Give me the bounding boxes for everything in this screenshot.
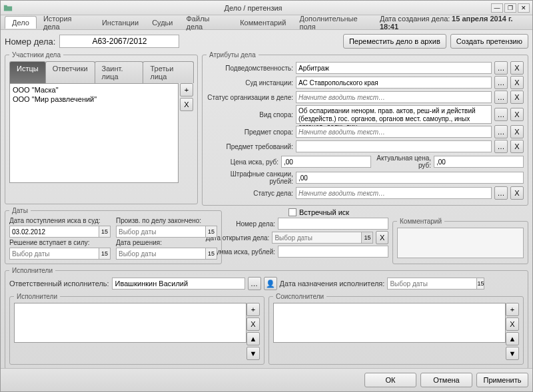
ellipsis-button[interactable]: … <box>494 91 508 104</box>
move-down-button[interactable]: ▼ <box>247 347 260 360</box>
ok-button[interactable]: ОК <box>364 373 416 387</box>
calendar-icon[interactable]: 15 <box>205 248 217 260</box>
responsible-label: Ответственный исполнитель: <box>9 280 109 288</box>
ellipsis-button[interactable]: … <box>248 277 261 290</box>
minimize-button[interactable]: — <box>491 3 503 13</box>
calendar-icon[interactable]: 15 <box>476 278 484 290</box>
date-finished-label: Произв. по делу закончено: <box>116 217 217 224</box>
move-up-button[interactable]: ▲ <box>247 332 260 345</box>
remove-participant-button[interactable]: X <box>180 98 193 111</box>
claim-price-input[interactable] <box>281 156 371 168</box>
ellipsis-button[interactable]: … <box>494 140 508 153</box>
menu-instances[interactable]: Инстанции <box>95 17 145 29</box>
calendar-icon[interactable]: 15 <box>99 248 111 260</box>
move-down-button[interactable]: ▼ <box>506 347 519 360</box>
assigned-date-input[interactable] <box>387 278 476 290</box>
calendar-icon[interactable]: 15 <box>205 226 217 238</box>
executors-legend: Исполнители <box>9 267 55 274</box>
status-input[interactable] <box>296 187 492 199</box>
list-item[interactable]: ООО "Мир развлечений" <box>11 95 177 104</box>
attributes-legend: Атрибуты дела <box>207 51 259 59</box>
dispute-subject-label: Предмет спора: <box>207 128 293 136</box>
actual-price-label: Актуальная цена, руб: <box>374 154 431 169</box>
performers-legend: Исполнители <box>14 293 60 300</box>
footer: ОК Отмена Применить <box>1 368 532 391</box>
calendar-icon: 15 <box>361 232 373 244</box>
clear-button[interactable]: X <box>510 76 524 89</box>
org-status-label: Статус организации в деле: <box>207 94 293 101</box>
close-button[interactable]: ✕ <box>518 3 530 13</box>
menu-extra[interactable]: Дополнительные поля <box>292 13 380 33</box>
penalty-input[interactable] <box>296 172 524 184</box>
date-enforce-label: Решение вступает в силу: <box>9 239 111 246</box>
archive-button[interactable]: Переместить дело в архив <box>343 34 446 49</box>
clear-button[interactable]: X <box>510 186 524 200</box>
date-finished-input[interactable] <box>116 226 205 238</box>
ellipsis-button[interactable]: … <box>494 186 508 200</box>
dispute-type-input[interactable]: Об оспаривании ненорм. прав. актов, реш-… <box>296 105 492 124</box>
org-status-input[interactable] <box>296 91 492 103</box>
menu-delo[interactable]: Дело <box>5 16 37 29</box>
create-claim-button[interactable]: Создать претензию <box>450 34 528 49</box>
responsible-input[interactable] <box>112 278 245 290</box>
dates-legend: Даты <box>9 207 31 214</box>
clear-button[interactable]: X <box>510 91 524 104</box>
clear-button[interactable]: X <box>510 140 524 153</box>
attributes-fieldset: Атрибуты дела Подведомственность: … X Су… <box>202 51 528 206</box>
clear-button[interactable]: X <box>510 61 524 75</box>
counter-claim-checkbox[interactable] <box>288 208 296 216</box>
participants-tabs: Истцы Ответчики Заинт. лица Третьи лица <box>9 61 193 83</box>
folder-icon <box>3 3 13 13</box>
menu-comment[interactable]: Комментарий <box>233 17 292 29</box>
clear-button[interactable]: X <box>510 125 524 138</box>
tab-third[interactable]: Третьи лица <box>143 61 194 83</box>
court-label: Суд инстанции: <box>207 79 293 87</box>
coperformers-fieldset: Соисполнители + X ▲ ▼ <box>268 293 524 365</box>
penalty-label: Штрафные санкции, рублей: <box>207 170 293 185</box>
list-item[interactable]: ООО "Маска" <box>11 85 177 95</box>
menu-history[interactable]: История дела <box>37 13 95 33</box>
remove-button[interactable]: X <box>247 317 260 331</box>
tab-plaintiffs[interactable]: Истцы <box>9 61 46 83</box>
coperformers-legend: Соисполнители <box>273 293 326 300</box>
maximize-button[interactable]: ❐ <box>504 3 516 13</box>
add-button[interactable]: + <box>506 303 519 316</box>
dates-fieldset: Даты Дата поступления иска в суд: Произв… <box>5 207 222 264</box>
date-decision-input[interactable] <box>116 248 205 260</box>
ellipsis-button[interactable]: … <box>494 108 508 121</box>
date-received-input[interactable] <box>9 226 99 238</box>
counter-comment-textarea <box>397 228 524 258</box>
menu-files[interactable]: Файлы дела <box>180 13 234 33</box>
ellipsis-button[interactable]: … <box>494 125 508 138</box>
participants-list[interactable]: ООО "Маска" ООО "Мир развлечений" <box>9 83 179 183</box>
jurisdiction-input[interactable] <box>296 62 492 74</box>
case-number-input[interactable] <box>59 35 179 48</box>
ellipsis-button[interactable]: … <box>494 61 508 75</box>
claim-subject-input[interactable] <box>296 140 492 152</box>
date-enforce-input[interactable] <box>9 248 99 260</box>
dispute-subject-input[interactable] <box>296 126 492 138</box>
actual-price-input[interactable] <box>434 156 524 168</box>
clear-button[interactable]: X <box>376 231 388 244</box>
performers-list[interactable] <box>14 303 247 343</box>
tab-interested[interactable]: Заинт. лица <box>95 61 144 83</box>
clear-button[interactable]: X <box>510 108 524 121</box>
add-participant-button[interactable]: + <box>180 83 193 97</box>
court-input[interactable] <box>296 77 492 89</box>
participants-fieldset: Участники дела Истцы Ответчики Заинт. ли… <box>5 51 198 204</box>
coperformers-list[interactable] <box>273 303 506 343</box>
move-up-button[interactable]: ▲ <box>506 332 519 345</box>
apply-button[interactable]: Применить <box>476 373 528 387</box>
remove-button[interactable]: X <box>506 317 519 331</box>
add-button[interactable]: + <box>247 303 260 316</box>
counter-sum-input <box>278 246 388 258</box>
counter-comment-legend: Комментарий <box>397 218 444 225</box>
cancel-button[interactable]: Отмена <box>420 373 472 387</box>
claim-subject-label: Предмет требований: <box>207 143 293 150</box>
ellipsis-button[interactable]: … <box>494 76 508 89</box>
menu-judges[interactable]: Судьи <box>145 17 179 29</box>
calendar-icon[interactable]: 15 <box>99 226 111 238</box>
user-icon[interactable]: 👤 <box>264 277 277 290</box>
executors-fieldset: Исполнители Ответственный исполнитель: …… <box>5 267 528 368</box>
tab-defendants[interactable]: Ответчики <box>45 61 95 83</box>
